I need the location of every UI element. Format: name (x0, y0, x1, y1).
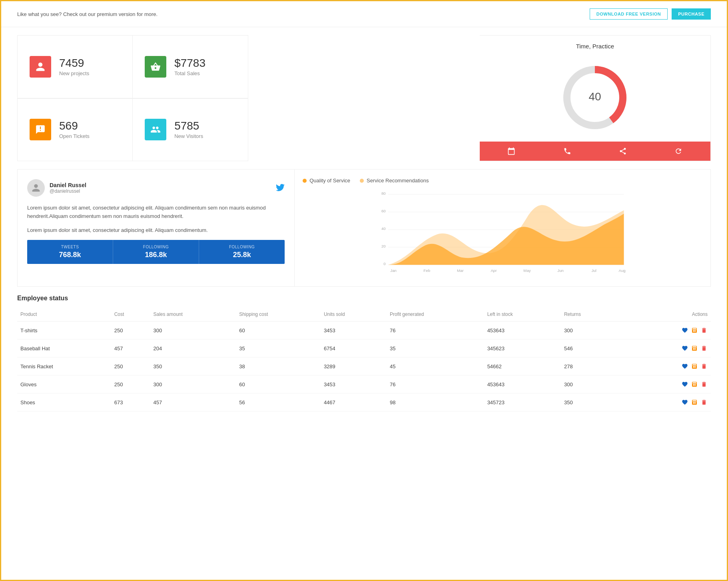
download-free-button[interactable]: DOWNLOAD FREE VERSION (590, 8, 668, 20)
col-empty (616, 307, 632, 321)
new-projects-label: New projects (59, 70, 89, 76)
cell-units: 3289 (321, 357, 387, 375)
action-delete-icon[interactable] (700, 345, 708, 352)
action-edit-icon[interactable] (691, 345, 698, 352)
x-label-jan: Jan (390, 268, 397, 273)
y-label-80: 80 (381, 191, 386, 196)
cell-stock: 453643 (484, 321, 561, 339)
col-sales: Sales amount (150, 307, 236, 321)
donut-center-value: 40 (589, 90, 601, 103)
cell-spacer (616, 393, 632, 411)
cell-sales: 457 (150, 393, 236, 411)
stats-row: 7459 New projects $7783 Total Sales (17, 35, 711, 161)
col-product: Product (17, 307, 111, 321)
donut-phone-button[interactable] (563, 147, 571, 155)
x-label-jun: Jun (557, 268, 564, 273)
cell-sales: 300 (150, 321, 236, 339)
stat-card-new-visitors: 5785 New Visitors (133, 98, 248, 161)
cell-actions (632, 357, 711, 375)
area-chart: 80 60 40 20 0 Jan (303, 189, 702, 277)
cell-sales: 350 (150, 357, 236, 375)
y-label-60: 60 (381, 209, 386, 213)
table-row: Tennis Racket 250 350 38 3289 45 54662 2… (17, 357, 711, 375)
action-edit-icon[interactable] (691, 399, 698, 406)
action-heart-icon[interactable] (681, 363, 688, 370)
top-banner: Like what you see? Check out our premium… (1, 1, 727, 27)
col-actions: Actions (632, 307, 711, 321)
tweets-value: 768.8k (32, 251, 108, 259)
stat-card-total-sales: $7783 Total Sales (133, 36, 248, 98)
action-heart-icon[interactable] (681, 381, 688, 388)
table-row: Baseball Hat 457 204 35 6754 35 345623 5… (17, 339, 711, 357)
action-delete-icon[interactable] (700, 399, 708, 406)
twitter-stat-following2: FOLLOWING 25.8k (199, 240, 285, 264)
action-delete-icon[interactable] (700, 381, 708, 388)
employee-table: Product Cost Sales amount Shipping cost … (17, 307, 711, 411)
cell-cost: 457 (111, 339, 150, 357)
twitter-stat-following1: FOLLOWING 186.8k (113, 240, 199, 264)
total-sales-info: $7783 Total Sales (174, 57, 205, 76)
action-heart-icon[interactable] (681, 327, 688, 334)
cell-product: T-shirts (17, 321, 111, 339)
following2-value: 25.8k (204, 251, 280, 259)
following2-label: FOLLOWING (204, 245, 280, 249)
table-row: Shoes 673 457 56 4467 98 345723 350 (17, 393, 711, 411)
employee-status-section: Employee status Product Cost Sales amoun… (17, 295, 711, 411)
col-profit: Profit generated (387, 307, 484, 321)
total-sales-icon (145, 56, 166, 78)
donut-share-button[interactable] (619, 147, 627, 155)
y-label-40: 40 (381, 226, 386, 231)
chart-svg-container: 80 60 40 20 0 Jan (303, 189, 702, 278)
action-heart-icon[interactable] (681, 399, 688, 406)
table-title: Employee status (17, 295, 711, 302)
cell-product: Baseball Hat (17, 339, 111, 357)
cell-product: Tennis Racket (17, 357, 111, 375)
twitter-name: Daniel Russel (50, 182, 86, 188)
main-content: 7459 New projects $7783 Total Sales (1, 27, 727, 427)
cell-product: Shoes (17, 393, 111, 411)
donut-calendar-button[interactable] (507, 147, 515, 155)
cell-cost: 250 (111, 357, 150, 375)
new-visitors-number: 5785 (174, 120, 203, 132)
cell-profit: 76 (387, 321, 484, 339)
cell-profit: 35 (387, 339, 484, 357)
action-delete-icon[interactable] (700, 363, 708, 370)
cell-returns: 300 (561, 375, 616, 393)
cell-shipping: 38 (236, 357, 321, 375)
cell-shipping: 35 (236, 339, 321, 357)
middle-row: Daniel Russel @danielrussel Lorem ipsum … (17, 169, 711, 287)
purchase-button[interactable]: PURCHASE (672, 8, 711, 20)
cell-units: 3453 (321, 321, 387, 339)
cell-returns: 278 (561, 357, 616, 375)
cell-actions (632, 339, 711, 357)
table-header-row: Product Cost Sales amount Shipping cost … (17, 307, 711, 321)
action-delete-icon[interactable] (700, 327, 708, 334)
open-tickets-number: 569 (59, 120, 90, 132)
twitter-user: Daniel Russel @danielrussel (27, 179, 86, 197)
cell-spacer (616, 321, 632, 339)
cell-shipping: 60 (236, 321, 321, 339)
stat-card-new-projects: 7459 New projects (18, 36, 133, 98)
action-heart-icon[interactable] (681, 345, 688, 352)
action-edit-icon[interactable] (691, 327, 698, 334)
new-projects-icon (30, 56, 51, 78)
new-projects-info: 7459 New projects (59, 57, 89, 76)
cell-cost: 250 (111, 375, 150, 393)
twitter-stat-tweets: TWEETS 768.8k (27, 240, 113, 264)
avatar (27, 179, 45, 197)
donut-chart-svg: 40 (555, 58, 635, 138)
action-edit-icon[interactable] (691, 381, 698, 388)
donut-refresh-button[interactable] (674, 147, 682, 155)
y-label-20: 20 (381, 244, 386, 248)
cell-stock: 453643 (484, 375, 561, 393)
donut-title: Time, Practice (480, 36, 710, 54)
banner-buttons: DOWNLOAD FREE VERSION PURCHASE (590, 8, 711, 20)
open-tickets-info: 569 Open Tickets (59, 120, 90, 139)
y-label-0: 0 (384, 262, 386, 266)
donut-chart-container: 40 (480, 54, 710, 142)
cell-sales: 204 (150, 339, 236, 357)
cell-stock: 345623 (484, 339, 561, 357)
open-tickets-icon (30, 119, 51, 140)
cell-actions (632, 393, 711, 411)
action-edit-icon[interactable] (691, 363, 698, 370)
